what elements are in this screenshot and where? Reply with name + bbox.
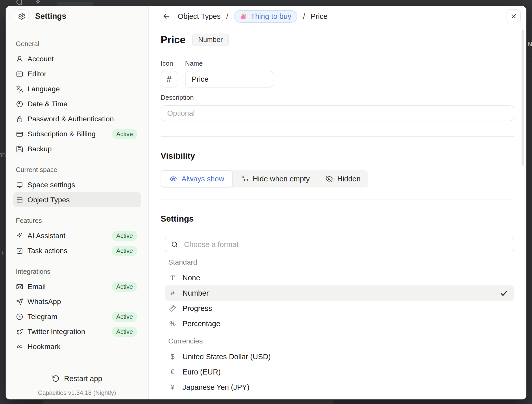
section-label: Current space [16, 166, 141, 174]
settings-sidebar: Settings GeneralAccountEditorLanguageDat… [6, 6, 149, 399]
sidebar-item-space-settings[interactable]: Space settings [13, 177, 141, 192]
status-badge: Active [112, 246, 137, 256]
sidebar-item-editor[interactable]: Editor [13, 66, 141, 81]
sidebar-item-label: AI Assistant [27, 232, 65, 240]
sidebar-section-integrations: IntegrationsEmailActiveWhatsAppTelegramA… [13, 267, 141, 354]
sidebar-item-email[interactable]: EmailActive [13, 279, 141, 294]
app-version-label: Capacities v1.34.18 (Nightly) [6, 389, 148, 397]
eye-off-icon [325, 175, 333, 183]
sidebar-item-password-authentication[interactable]: Password & Authentication [13, 111, 141, 126]
rotate-ccw-icon [52, 375, 60, 382]
sidebar-item-label: Object Types [27, 196, 70, 204]
sidebar-title: Settings [35, 12, 66, 21]
name-field[interactable] [185, 71, 273, 88]
visibility-option-always-show[interactable]: Always show [161, 170, 233, 187]
phone-circle-icon [16, 313, 23, 321]
group-label-standard: Standard [168, 258, 514, 266]
format-option-euro-eur[interactable]: €Euro (EUR) [165, 364, 514, 380]
sidebar-item-label: Account [27, 55, 54, 63]
settings-dialog: Settings GeneralAccountEditorLanguageDat… [6, 6, 526, 399]
scrollbar-thumb[interactable] [522, 30, 524, 166]
format-option-number[interactable]: #Number [165, 285, 514, 301]
sidebar-item-backup[interactable]: Backup [13, 141, 141, 156]
eye-icon [169, 175, 177, 183]
sidebar-section-features: FeaturesAI AssistantActiveTask actionsAc… [13, 217, 141, 258]
breadcrumb-object-types[interactable]: Object Types [178, 12, 221, 21]
property-icon-button[interactable]: # [161, 71, 177, 88]
visibility-heading: Visibility [161, 151, 514, 161]
status-badge: Active [112, 312, 137, 322]
status-badge: Active [112, 327, 137, 337]
gear-icon[interactable] [15, 9, 29, 23]
sidebar-item-telegram[interactable]: TelegramActive [13, 309, 141, 324]
sidebar-item-label: Hookmark [27, 342, 61, 351]
format-option-label: Progress [183, 304, 212, 313]
send-icon [16, 298, 23, 306]
settings-main-panel: Object Types / Thing to buy / Price Pric… [149, 6, 526, 399]
sidebar-section-current-space: Current spaceSpace settingsObject Types [13, 166, 141, 207]
icon-field-label: Icon [161, 60, 185, 67]
sidebar-item-twitter-integration[interactable]: Twitter IntegrationActive [13, 324, 141, 339]
breadcrumb-separator: / [226, 12, 228, 21]
breadcrumb: Object Types / Thing to buy / Price [178, 10, 328, 23]
background-divider [526, 151, 532, 151]
restart-app-button[interactable]: Restart app [6, 371, 148, 386]
sidebar-item-label: Editor [27, 70, 46, 78]
format-option-label: None [183, 274, 200, 282]
divider [161, 136, 514, 137]
sidebar-item-label: Subscription & Billing [27, 130, 96, 138]
sidebar-item-ai-assistant[interactable]: AI AssistantActive [13, 228, 141, 243]
format-option-list: TNone#NumberProgress%Percentage [165, 270, 514, 331]
hash-icon: # [167, 74, 172, 84]
format-option-none[interactable]: TNone [165, 270, 514, 285]
close-icon[interactable] [507, 9, 521, 23]
settings-heading: Settings [161, 214, 514, 224]
page-title: Price [161, 34, 186, 46]
breadcrumb-thing-to-buy[interactable]: Thing to buy [234, 10, 298, 23]
visibility-control: Always showHide when emptyHidden [161, 170, 368, 187]
description-field[interactable] [161, 105, 514, 121]
ruler-icon [169, 305, 176, 312]
format-option-japanese-yen-jpy[interactable]: ¥Japanese Yen (JPY) [165, 380, 514, 395]
sidebar-section-general: GeneralAccountEditorLanguageDate & TimeP… [13, 40, 141, 156]
format-search [165, 237, 514, 252]
format-option-label: Japanese Yen (JPY) [183, 383, 249, 392]
format-option-percentage[interactable]: %Percentage [165, 316, 514, 331]
monitor-icon [16, 181, 23, 189]
sidebar-item-object-types[interactable]: Object Types [13, 192, 141, 207]
editor-card-icon [16, 70, 23, 78]
description-label: Description [161, 94, 514, 101]
search-icon [171, 241, 178, 248]
object-types-grid-icon [16, 196, 23, 204]
sidebar-item-task-actions[interactable]: Task actionsActive [13, 243, 141, 258]
status-badge: Active [112, 129, 137, 139]
sidebar-item-label: Backup [27, 145, 52, 153]
sidebar-item-subscription-billing[interactable]: Subscription & BillingActive [13, 126, 141, 141]
sidebar-item-hookmark[interactable]: Hookmark [13, 339, 141, 354]
sidebar-item-date-time[interactable]: Date & Time [13, 96, 141, 111]
format-option-united-states-dollar-usd[interactable]: $United States Dollar (USD) [165, 349, 514, 364]
section-label: Features [16, 217, 141, 225]
visibility-option-hidden[interactable]: Hidden [317, 170, 368, 187]
format-glyph-icon: ¥ [168, 383, 177, 391]
back-arrow-icon[interactable] [161, 11, 172, 22]
search-input[interactable] [184, 240, 508, 249]
clock-icon [16, 100, 23, 108]
status-badge: Active [112, 231, 137, 241]
format-glyph-icon: $ [168, 353, 177, 361]
visibility-option-hide-when-empty[interactable]: Hide when empty [233, 170, 317, 187]
breadcrumb-separator: / [303, 12, 305, 21]
sidebar-item-account[interactable]: Account [13, 51, 141, 66]
sidebar-item-label: Task actions [27, 247, 67, 255]
user-icon [16, 55, 23, 63]
background-divider [526, 59, 532, 59]
sidebar-item-whatsapp[interactable]: WhatsApp [13, 294, 141, 309]
sidebar-item-language[interactable]: Language [13, 81, 141, 96]
format-option-progress[interactable]: Progress [165, 301, 514, 316]
sidebar-item-label: Language [27, 85, 60, 93]
background-bottom-bar [43, 400, 333, 404]
sidebar-item-label: Telegram [27, 312, 57, 321]
format-glyph-icon: € [168, 368, 177, 376]
twitter-icon [16, 328, 23, 336]
lock-icon [16, 115, 23, 123]
